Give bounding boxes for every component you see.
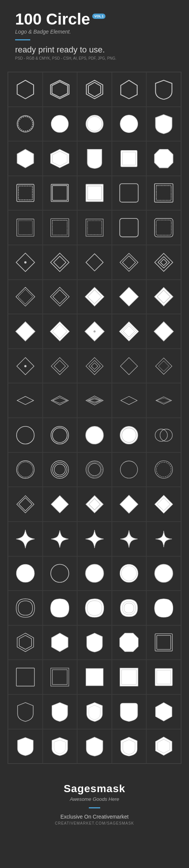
svg-rect-21 bbox=[53, 186, 67, 200]
shape-cell bbox=[8, 176, 43, 211]
shape-cell bbox=[8, 729, 43, 764]
svg-point-101 bbox=[156, 462, 171, 477]
svg-rect-24 bbox=[120, 184, 138, 202]
svg-rect-20 bbox=[51, 185, 69, 202]
svg-marker-5 bbox=[121, 80, 137, 98]
svg-marker-116 bbox=[17, 633, 33, 652]
svg-point-59 bbox=[93, 330, 95, 332]
svg-marker-118 bbox=[52, 633, 68, 652]
svg-point-11 bbox=[120, 115, 138, 133]
shape-cell bbox=[112, 729, 147, 764]
formats: PSD - RGB & CMYK, PSD - CSH, AI, EPS, PD… bbox=[15, 56, 174, 60]
svg-marker-44 bbox=[158, 257, 169, 268]
shape-cell bbox=[77, 280, 112, 314]
svg-marker-63 bbox=[154, 322, 174, 341]
svg-marker-46 bbox=[16, 287, 35, 306]
svg-point-9 bbox=[86, 115, 103, 133]
shape-cell bbox=[77, 141, 112, 176]
svg-marker-131 bbox=[156, 737, 172, 756]
shape-cell bbox=[77, 349, 112, 383]
svg-point-113 bbox=[120, 564, 138, 582]
shape-cell bbox=[77, 176, 112, 211]
svg-point-92 bbox=[18, 462, 33, 477]
shape-cell bbox=[77, 487, 112, 522]
shape-cell bbox=[146, 556, 181, 591]
svg-point-111 bbox=[51, 564, 69, 582]
shape-cell bbox=[43, 522, 77, 556]
svg-point-8 bbox=[51, 115, 69, 133]
shape-cell bbox=[8, 660, 43, 694]
svg-point-99 bbox=[121, 461, 138, 479]
shape-cell bbox=[43, 418, 77, 452]
shape-cell bbox=[8, 625, 43, 660]
svg-marker-17 bbox=[155, 149, 173, 168]
vol-badge: VOL 1 bbox=[92, 14, 105, 19]
shape-cell bbox=[77, 314, 112, 349]
svg-rect-22 bbox=[86, 185, 103, 202]
shape-cell bbox=[8, 141, 43, 176]
shape-cell bbox=[8, 487, 43, 522]
svg-rect-31 bbox=[86, 219, 103, 236]
svg-marker-102 bbox=[17, 496, 34, 513]
shape-cell bbox=[43, 280, 77, 314]
shape-cell bbox=[146, 522, 181, 556]
shape-cell bbox=[43, 314, 77, 349]
svg-marker-43 bbox=[155, 253, 173, 271]
shape-cell bbox=[112, 522, 147, 556]
url-text: CREATIVEMARKET.COM/SAGESMASK bbox=[8, 821, 181, 825]
svg-point-97 bbox=[87, 462, 102, 477]
shape-cell bbox=[8, 452, 43, 487]
svg-marker-103 bbox=[19, 498, 32, 511]
shape-cell bbox=[8, 245, 43, 280]
shape-cell bbox=[8, 280, 43, 314]
svg-point-83 bbox=[16, 426, 34, 444]
svg-point-7 bbox=[18, 117, 33, 131]
shape-cell bbox=[112, 176, 147, 211]
shape-cell bbox=[43, 176, 77, 211]
svg-point-95 bbox=[54, 464, 65, 475]
svg-marker-47 bbox=[18, 289, 33, 304]
shape-cell bbox=[8, 383, 43, 418]
brand-name: Sagesmask bbox=[8, 783, 181, 795]
shape-cell bbox=[43, 383, 77, 418]
shape-cell bbox=[146, 349, 181, 383]
svg-marker-2 bbox=[52, 82, 68, 97]
svg-rect-121 bbox=[157, 636, 171, 649]
shape-cell bbox=[43, 556, 77, 591]
svg-point-94 bbox=[53, 462, 67, 477]
svg-point-89 bbox=[155, 429, 167, 442]
shape-cell bbox=[8, 556, 43, 591]
svg-point-85 bbox=[53, 428, 67, 442]
shape-cell bbox=[146, 245, 181, 280]
svg-rect-26 bbox=[156, 186, 171, 200]
svg-marker-45 bbox=[161, 259, 167, 265]
shape-cell bbox=[43, 694, 77, 729]
shape-cell bbox=[146, 452, 181, 487]
main-title: 100 Circle bbox=[15, 11, 90, 27]
svg-point-93 bbox=[51, 461, 69, 479]
svg-marker-48 bbox=[50, 287, 69, 306]
shape-cell bbox=[77, 107, 112, 142]
svg-rect-19 bbox=[18, 186, 32, 200]
svg-marker-1 bbox=[51, 80, 69, 98]
shape-cell bbox=[146, 280, 181, 314]
shape-cell bbox=[112, 349, 147, 383]
svg-marker-60 bbox=[119, 322, 139, 341]
shape-cell bbox=[146, 729, 181, 764]
svg-marker-75 bbox=[51, 396, 69, 405]
svg-rect-30 bbox=[53, 220, 67, 235]
shape-cell bbox=[77, 729, 112, 764]
shape-cell bbox=[77, 210, 112, 245]
shape-cell bbox=[146, 625, 181, 660]
shape-cell bbox=[77, 522, 112, 556]
shape-cell bbox=[112, 141, 147, 176]
shape-cell bbox=[77, 418, 112, 452]
svg-marker-72 bbox=[156, 358, 172, 374]
svg-point-86 bbox=[86, 426, 104, 444]
shape-cell bbox=[43, 729, 77, 764]
shape-cell bbox=[146, 176, 181, 211]
svg-point-65 bbox=[25, 365, 26, 366]
shape-cell bbox=[8, 72, 43, 107]
shape-cell bbox=[146, 72, 181, 107]
footer: Sagesmask Awesome Goods Here Exclusive O… bbox=[0, 768, 189, 833]
